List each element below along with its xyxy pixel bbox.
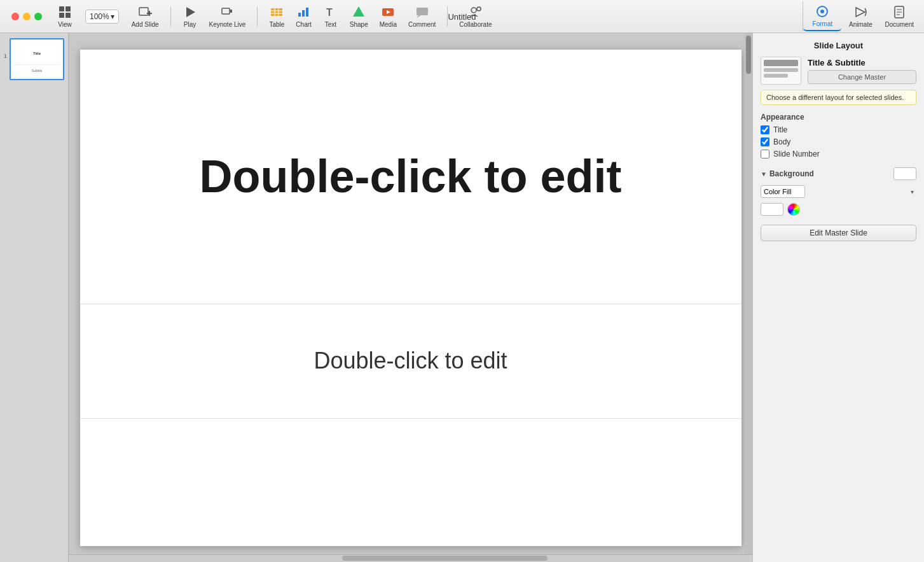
svg-rect-17 bbox=[306, 8, 308, 17]
add-slide-icon bbox=[137, 4, 153, 20]
text-icon: T bbox=[323, 4, 338, 20]
svg-rect-16 bbox=[302, 10, 305, 17]
layout-info: Title & Subtitle Change Master bbox=[808, 58, 916, 84]
appearance-section: Appearance Title Body Slide Number bbox=[761, 113, 916, 158]
svg-rect-10 bbox=[271, 8, 282, 16]
title-placeholder[interactable]: Double-click to edit bbox=[199, 150, 621, 202]
edit-master-slide-button[interactable]: Edit Master Slide bbox=[761, 225, 916, 241]
slide-number: 1 bbox=[4, 53, 7, 59]
slide-number-checkbox-label: Slide Number bbox=[773, 150, 820, 158]
appearance-title: Appearance bbox=[761, 113, 916, 122]
animate-tab[interactable]: Animate bbox=[841, 2, 879, 31]
layout-tooltip: Choose a different layout for selected s… bbox=[761, 90, 916, 105]
svg-marker-19 bbox=[353, 6, 364, 17]
window-controls[interactable] bbox=[5, 13, 48, 20]
layout-thumb-title-line bbox=[764, 60, 798, 66]
chart-label: Chart bbox=[296, 21, 311, 28]
play-label: Play bbox=[184, 21, 196, 28]
subtitle-zone[interactable]: Double-click to edit bbox=[80, 304, 741, 419]
format-label: Format bbox=[813, 20, 833, 27]
title-checkbox[interactable] bbox=[761, 125, 769, 134]
layout-preview-row: Title & Subtitle Change Master bbox=[761, 57, 916, 85]
slide-canvas[interactable]: Double-click to edit Double-click to edi… bbox=[80, 50, 741, 546]
slide-panel: 1 Title Subtitle bbox=[0, 33, 69, 562]
document-tab[interactable]: Document bbox=[879, 2, 919, 31]
animate-label: Animate bbox=[849, 21, 872, 28]
svg-rect-9 bbox=[230, 10, 232, 13]
body-checkbox-row: Body bbox=[761, 137, 916, 146]
background-header[interactable]: ▼ Background bbox=[761, 167, 916, 180]
format-icon bbox=[815, 4, 830, 19]
view-button[interactable]: View bbox=[52, 2, 78, 31]
shape-button[interactable]: Shape bbox=[345, 2, 373, 31]
svg-rect-15 bbox=[298, 13, 301, 17]
add-slide-button[interactable]: Add Slide bbox=[127, 2, 164, 31]
title-checkbox-row: Title bbox=[761, 125, 916, 134]
media-icon bbox=[380, 4, 396, 20]
play-button[interactable]: Play bbox=[177, 2, 203, 31]
svg-rect-3 bbox=[66, 13, 71, 18]
table-button[interactable]: Table bbox=[264, 2, 289, 31]
svg-rect-1 bbox=[66, 6, 71, 11]
svg-rect-0 bbox=[59, 6, 64, 11]
slide-thumbnail[interactable]: Title Subtitle bbox=[10, 38, 64, 80]
layout-thumb-sub-line2 bbox=[764, 74, 788, 78]
table-label: Table bbox=[269, 21, 284, 28]
svg-rect-2 bbox=[59, 13, 64, 18]
scrollbar-thumb-h bbox=[342, 556, 548, 561]
color-preview-row bbox=[761, 203, 916, 216]
comment-icon bbox=[415, 4, 430, 20]
subtitle-placeholder[interactable]: Double-click to edit bbox=[314, 348, 507, 374]
text-button[interactable]: T Text bbox=[318, 2, 343, 31]
slide-number-checkbox[interactable] bbox=[761, 150, 769, 158]
body-checkbox-label: Body bbox=[773, 137, 790, 146]
format-tab[interactable]: Format bbox=[803, 1, 841, 31]
play-icon bbox=[183, 4, 198, 20]
zoom-control[interactable]: 100% ▾ bbox=[85, 10, 119, 24]
title-zone[interactable]: Double-click to edit bbox=[80, 50, 741, 304]
layout-name: Title & Subtitle bbox=[808, 58, 916, 67]
background-title: Background bbox=[769, 169, 814, 178]
svg-rect-22 bbox=[417, 8, 428, 15]
main-area: 1 Title Subtitle Double-click to edit bbox=[0, 33, 924, 562]
color-wheel-icon[interactable] bbox=[787, 203, 800, 216]
comment-label: Comment bbox=[408, 21, 436, 28]
background-color-swatch[interactable] bbox=[893, 167, 916, 180]
shape-label: Shape bbox=[350, 21, 368, 28]
document-icon bbox=[892, 4, 907, 20]
svg-text:T: T bbox=[326, 7, 333, 18]
color-fill-row: Color Fill Gradient Fill Image Fill None bbox=[761, 185, 916, 198]
svg-rect-4 bbox=[139, 8, 148, 15]
svg-marker-23 bbox=[417, 15, 421, 18]
minimize-button[interactable] bbox=[23, 13, 31, 20]
layout-thumbnail bbox=[761, 57, 801, 85]
animate-icon bbox=[853, 4, 868, 20]
keynote-live-button[interactable]: Keynote Live bbox=[204, 2, 251, 31]
text-label: Text bbox=[325, 21, 336, 28]
vertical-scrollbar[interactable] bbox=[745, 33, 752, 554]
media-label: Media bbox=[380, 21, 397, 28]
chart-button[interactable]: Chart bbox=[291, 2, 316, 31]
change-master-button[interactable]: Change Master bbox=[808, 70, 916, 84]
background-fill-swatch[interactable] bbox=[761, 203, 783, 216]
maximize-button[interactable] bbox=[34, 13, 42, 20]
scrollbar-thumb-v bbox=[746, 36, 751, 74]
color-fill-select[interactable]: Color Fill Gradient Fill Image Fill None bbox=[761, 185, 805, 198]
zoom-value: 100% bbox=[90, 12, 109, 21]
view-label: View bbox=[58, 21, 72, 28]
chart-icon bbox=[296, 4, 312, 20]
comment-button[interactable]: Comment bbox=[403, 2, 441, 31]
right-panel: Slide Layout Title & Subtitle Change Mas… bbox=[752, 33, 924, 562]
media-button[interactable]: Media bbox=[375, 2, 402, 31]
layout-thumb-sub-line bbox=[764, 68, 798, 72]
keynote-live-icon bbox=[219, 4, 235, 20]
title-checkbox-label: Title bbox=[773, 125, 787, 134]
document-label: Document bbox=[885, 21, 914, 28]
keynote-live-label: Keynote Live bbox=[209, 21, 246, 28]
zoom-arrow: ▾ bbox=[111, 12, 114, 21]
horizontal-scrollbar[interactable] bbox=[69, 554, 752, 562]
close-button[interactable] bbox=[11, 13, 19, 20]
divider-1 bbox=[170, 6, 171, 27]
svg-rect-8 bbox=[222, 8, 230, 14]
body-checkbox[interactable] bbox=[761, 137, 769, 146]
